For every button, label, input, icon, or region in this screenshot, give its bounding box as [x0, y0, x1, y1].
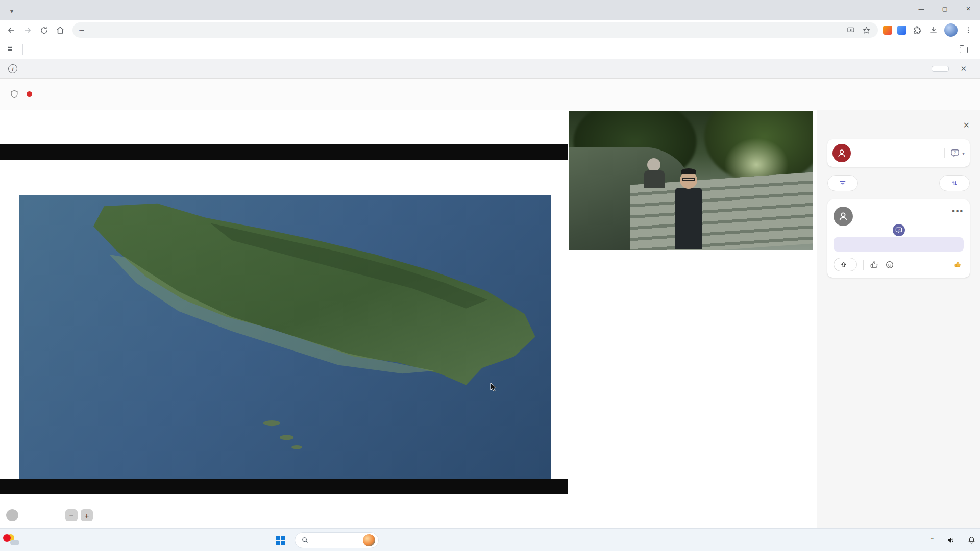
windows-taskbar: ⌃: [0, 528, 980, 551]
thumbs-up-icon[interactable]: [870, 260, 879, 269]
taiwan-island-shape: [19, 195, 551, 479]
search-icon: [301, 536, 309, 544]
qa-message-text: [834, 237, 964, 252]
upvote-button[interactable]: [834, 258, 857, 271]
desktop-notification-bar: i ✕: [0, 59, 980, 79]
start-button[interactable]: [272, 532, 289, 549]
reload-icon: [40, 26, 48, 35]
hidden-icons-chevron[interactable]: ⌃: [930, 537, 935, 543]
url-address-bar[interactable]: ⊶: [72, 22, 878, 38]
close-window-button[interactable]: ✕: [957, 0, 980, 17]
filter-icon: [839, 179, 847, 187]
svg-text:?: ?: [898, 228, 900, 231]
chrome-menu-icon[interactable]: [963, 24, 974, 36]
mouse-cursor-icon: [490, 382, 497, 391]
taskbar-search-box[interactable]: [295, 532, 379, 548]
info-icon: i: [8, 64, 17, 73]
svg-text:?: ?: [954, 150, 956, 155]
enable-notifications-button[interactable]: [932, 66, 949, 72]
folder-icon: [960, 47, 968, 53]
windows-logo-icon: [276, 536, 285, 545]
window-controls: — ▢ ✕: [910, 0, 980, 17]
qa-bubble-icon[interactable]: ?: [950, 148, 960, 158]
site-security-icon[interactable]: ⊶: [79, 27, 85, 34]
maximize-button[interactable]: ▢: [933, 0, 957, 17]
zoom-out-button[interactable]: −: [65, 509, 78, 521]
search-highlight-icon: [363, 534, 375, 546]
reload-button[interactable]: [37, 23, 51, 37]
system-tray: ⌃: [930, 529, 976, 551]
participants-grid: [569, 274, 813, 514]
divider: [22, 44, 23, 55]
dismiss-notification-icon[interactable]: ✕: [955, 64, 972, 73]
close-qa-panel-icon[interactable]: ✕: [963, 120, 970, 130]
extensions-puzzle-icon[interactable]: [912, 24, 923, 36]
back-arrow-icon: [7, 26, 16, 35]
slide-letterbox-top: [0, 144, 568, 160]
maximize-icon: ▢: [942, 6, 947, 12]
slide-letterbox-bottom: [0, 479, 568, 494]
upvote-arrow-icon: [840, 261, 847, 268]
forward-button[interactable]: [20, 23, 35, 37]
meeting-toolbar: [0, 79, 980, 110]
my-avatar: [832, 144, 851, 162]
toolbar-extensions-area: [883, 23, 976, 37]
message-options-icon[interactable]: •••: [952, 207, 964, 226]
chevron-down-icon[interactable]: ▾: [962, 151, 965, 156]
tab-search-button[interactable]: ▾: [3, 4, 20, 18]
thumb-emoji-icon: [954, 261, 962, 268]
extension-icon[interactable]: [883, 26, 892, 35]
speaker-video-feed[interactable]: [569, 111, 813, 250]
share-page-icon[interactable]: [845, 24, 856, 36]
forward-arrow-icon: [23, 26, 32, 35]
presenter-name-tag: [6, 509, 18, 521]
screen: ▾ — ▢ ✕ ⊶: [0, 0, 980, 551]
home-icon: [56, 26, 65, 35]
divider: [951, 44, 951, 55]
weather-widget[interactable]: [0, 533, 87, 546]
profile-avatar[interactable]: [944, 23, 958, 37]
tab-sharing-indicator-icon[interactable]: [897, 26, 906, 35]
minimize-icon: —: [919, 6, 924, 12]
qa-filter-button[interactable]: [827, 175, 858, 191]
sort-icon: [950, 179, 959, 187]
bookmark-star-icon[interactable]: [861, 24, 872, 36]
author-avatar: [834, 207, 853, 226]
reaction-summary[interactable]: [954, 261, 964, 268]
qa-message-card: ••• ?: [827, 199, 970, 278]
apps-grid-icon[interactable]: [5, 44, 16, 55]
comment-icon[interactable]: [885, 260, 894, 269]
qa-panel: ✕ ? ▾ ••• ?: [817, 110, 980, 528]
person-figure: [644, 158, 665, 188]
home-button[interactable]: [53, 23, 67, 37]
person-figure: [675, 171, 702, 249]
zoom-in-button[interactable]: +: [81, 509, 93, 521]
browser-toolbar: ⊶: [0, 20, 980, 40]
ask-question-input[interactable]: ? ▾: [827, 139, 970, 167]
close-icon: ✕: [966, 6, 970, 12]
shared-screen-stage: − +: [0, 110, 568, 528]
minimize-button[interactable]: —: [910, 0, 933, 17]
browser-tab-strip: ▾ — ▢ ✕: [0, 0, 980, 20]
all-bookmarks-button[interactable]: [955, 44, 975, 55]
divider: [863, 260, 864, 270]
question-badge-icon: ?: [892, 223, 906, 237]
taiwan-map: [19, 195, 551, 479]
notification-badge: [3, 534, 11, 542]
downloads-icon[interactable]: [928, 24, 939, 36]
qa-sort-button[interactable]: [939, 175, 970, 191]
recording-indicator-icon: [27, 91, 32, 97]
notification-center-icon[interactable]: [967, 536, 976, 544]
shield-icon: [9, 89, 19, 99]
chevron-down-icon: ▾: [10, 8, 13, 15]
volume-icon[interactable]: [947, 536, 955, 544]
bookmarks-bar: [0, 40, 980, 59]
back-button[interactable]: [4, 23, 18, 37]
